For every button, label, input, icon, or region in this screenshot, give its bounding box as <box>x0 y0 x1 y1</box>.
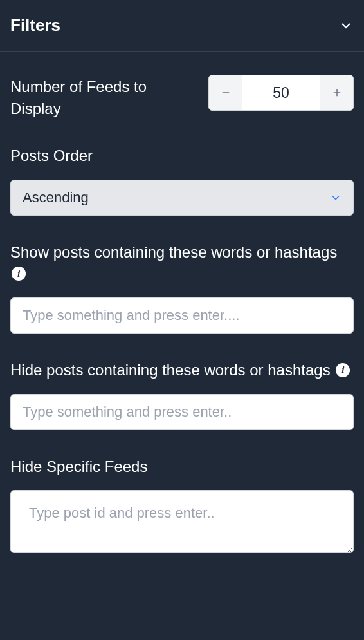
hide-words-label: Hide posts containing these words or has… <box>10 359 354 381</box>
panel-title: Filters <box>10 15 60 35</box>
hide-feeds-label: Hide Specific Feeds <box>10 456 354 478</box>
chevron-down-icon <box>338 18 354 33</box>
info-icon[interactable]: i <box>12 267 26 281</box>
show-words-label-text: Show posts containing these words or has… <box>10 243 337 261</box>
num-feeds-stepper <box>208 75 354 111</box>
posts-order-label: Posts Order <box>10 145 354 167</box>
increment-button[interactable] <box>320 75 353 110</box>
filters-panel-header[interactable]: Filters <box>0 0 364 52</box>
decrement-button[interactable] <box>209 75 242 110</box>
posts-order-select-wrap: Ascending <box>10 180 354 216</box>
filters-panel-body: Number of Feeds to Display Posts Order A… <box>0 52 364 594</box>
plus-icon <box>331 87 343 99</box>
hide-feeds-textarea[interactable] <box>10 490 354 553</box>
info-icon[interactable]: i <box>336 363 350 377</box>
num-feeds-label: Number of Feeds to Display <box>10 76 184 119</box>
show-words-input[interactable] <box>10 297 354 334</box>
num-feeds-input[interactable] <box>242 75 320 110</box>
posts-order-field: Posts Order Ascending <box>10 145 354 216</box>
minus-icon <box>220 87 232 99</box>
hide-words-input[interactable] <box>10 394 354 430</box>
hide-feeds-field: Hide Specific Feeds <box>10 456 354 556</box>
show-words-field: Show posts containing these words or has… <box>10 241 354 334</box>
posts-order-select[interactable]: Ascending <box>10 180 354 216</box>
hide-words-label-text: Hide posts containing these words or has… <box>10 361 331 379</box>
num-feeds-field: Number of Feeds to Display <box>10 76 354 119</box>
hide-words-field: Hide posts containing these words or has… <box>10 359 354 430</box>
show-words-label: Show posts containing these words or has… <box>10 241 354 285</box>
